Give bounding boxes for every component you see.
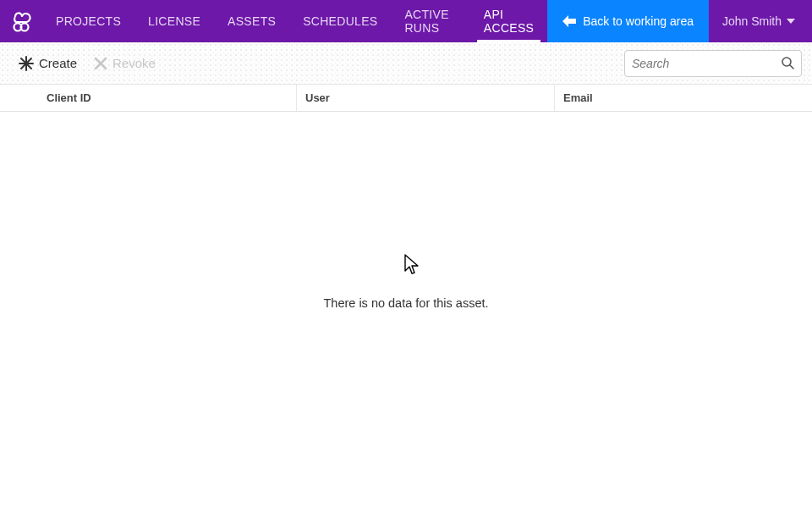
back-to-working-area-button[interactable]: Back to working area: [547, 0, 709, 42]
table-header: Client ID User Email: [0, 85, 812, 112]
column-header-email[interactable]: Email: [554, 85, 812, 111]
revoke-button-label: Revoke: [112, 56, 156, 70]
nav-tab-label: ASSETS: [228, 14, 276, 28]
column-header-client-id[interactable]: Client ID: [38, 85, 296, 111]
nav-tab-schedules[interactable]: SCHEDULES: [289, 0, 391, 42]
cloud-logo-icon: [8, 8, 34, 34]
user-name: John Smith: [722, 14, 782, 28]
nav-tab-label: ACTIVE RUNS: [404, 8, 456, 35]
nav-tab-label: LICENSE: [148, 14, 200, 28]
column-label: Client ID: [47, 91, 91, 104]
create-button[interactable]: Create: [10, 51, 85, 76]
mouse-cursor-icon: [404, 254, 421, 279]
search-icon: [782, 57, 794, 69]
toolbar: Create Revoke: [0, 42, 812, 85]
user-menu[interactable]: John Smith: [709, 0, 812, 42]
column-label: Email: [563, 91, 593, 104]
nav-tab-api-access[interactable]: API ACCESS: [470, 0, 547, 42]
column-checkbox: [0, 85, 38, 111]
nav-tab-label: API ACCESS: [484, 8, 534, 35]
search-input[interactable]: [632, 57, 782, 70]
column-label: User: [305, 91, 330, 104]
revoke-button: Revoke: [85, 51, 164, 75]
x-icon: [94, 57, 107, 70]
nav-tab-active-runs[interactable]: ACTIVE RUNS: [391, 0, 469, 42]
asterisk-icon: [19, 56, 34, 71]
search-field[interactable]: [624, 50, 802, 77]
top-nav: PROJECTS LICENSE ASSETS SCHEDULES ACTIVE…: [0, 0, 812, 42]
table-body: There is no data for this asset.: [0, 112, 812, 508]
nav-tab-label: SCHEDULES: [303, 14, 377, 28]
nav-tab-assets[interactable]: ASSETS: [214, 0, 289, 42]
svg-line-9: [790, 65, 793, 69]
nav-tab-projects[interactable]: PROJECTS: [42, 0, 134, 42]
arrow-left-icon: [562, 15, 576, 27]
column-header-user[interactable]: User: [296, 85, 554, 111]
empty-state-message: There is no data for this asset.: [0, 296, 812, 310]
create-button-label: Create: [39, 56, 77, 70]
nav-tab-label: PROJECTS: [56, 14, 121, 28]
logo[interactable]: [0, 0, 42, 42]
nav-tabs: PROJECTS LICENSE ASSETS SCHEDULES ACTIVE…: [42, 0, 547, 42]
chevron-down-icon: [787, 19, 795, 24]
back-button-label: Back to working area: [583, 14, 694, 28]
nav-tab-license[interactable]: LICENSE: [134, 0, 214, 42]
